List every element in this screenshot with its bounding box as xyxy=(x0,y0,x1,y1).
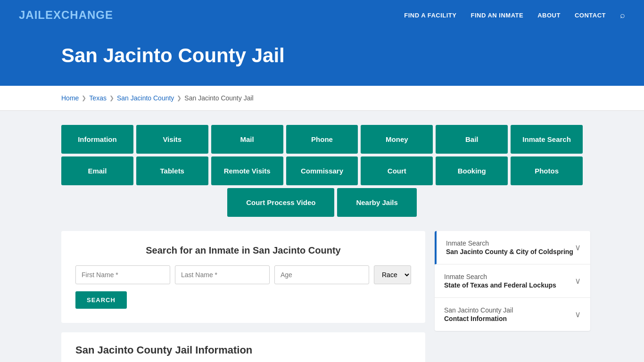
breadcrumb-sep-1: ❯ xyxy=(82,95,86,101)
search-icon[interactable]: ⌕ xyxy=(620,10,625,20)
breadcrumb-home[interactable]: Home xyxy=(61,94,79,102)
chevron-down-icon-local: ∨ xyxy=(575,242,581,253)
race-select[interactable]: Race xyxy=(374,265,411,284)
btn-phone[interactable]: Phone xyxy=(286,125,358,154)
sidebar-item-contact[interactable]: San Jacinto County Jail Contact Informat… xyxy=(435,298,590,331)
sidebar-item-local[interactable]: Inmate Search San Jacinto County & City … xyxy=(435,231,590,264)
search-title: Search for an Inmate in San Jacinto Coun… xyxy=(75,245,411,256)
sidebar-item-title-contact: San Jacinto County Jail xyxy=(444,306,513,314)
btn-money[interactable]: Money xyxy=(361,125,433,154)
logo-jail: JAIL xyxy=(19,8,45,21)
nav-about[interactable]: ABOUT xyxy=(537,12,561,19)
logo-exchange: EXCHANGE xyxy=(45,8,113,21)
breadcrumb-san-jacinto-county[interactable]: San Jacinto County xyxy=(117,94,174,102)
sidebar: Inmate Search San Jacinto County & City … xyxy=(435,231,590,331)
button-grid-row3: Court Process Video Nearby Jails xyxy=(61,188,583,217)
last-name-input[interactable] xyxy=(175,265,270,284)
sidebar-item-state[interactable]: Inmate Search State of Texas and Federal… xyxy=(435,264,590,298)
breadcrumb-sep-3: ❯ xyxy=(177,95,182,101)
sidebar-item-subtitle-state: State of Texas and Federal Lockups xyxy=(444,281,556,289)
sidebar-item-left-contact: San Jacinto County Jail Contact Informat… xyxy=(444,306,513,322)
hero-section: San Jacinto County Jail xyxy=(0,30,644,86)
btn-booking[interactable]: Booking xyxy=(436,156,508,185)
breadcrumb-sep-2: ❯ xyxy=(109,95,114,101)
nav-contact[interactable]: CONTACT xyxy=(575,12,606,19)
left-column: Search for an Inmate in San Jacinto Coun… xyxy=(61,231,425,362)
button-grid-row2: Email Tablets Remote Visits Commissary C… xyxy=(61,156,583,185)
chevron-down-icon-state: ∨ xyxy=(575,276,581,286)
age-input[interactable] xyxy=(274,265,369,284)
main-content: Information Visits Mail Phone Money Bail… xyxy=(0,111,644,362)
sidebar-item-title-state: Inmate Search xyxy=(444,273,556,280)
sidebar-item-subtitle-local: San Jacinto County & City of Coldspring xyxy=(446,248,573,255)
nav-find-inmate[interactable]: FIND AN INMATE xyxy=(471,12,523,19)
content-row: Search for an Inmate in San Jacinto Coun… xyxy=(61,231,583,362)
search-panel: Search for an Inmate in San Jacinto Coun… xyxy=(61,231,425,323)
sidebar-item-title-local: Inmate Search xyxy=(446,239,573,247)
sidebar-item-subtitle-contact: Contact Information xyxy=(444,315,513,322)
btn-tablets[interactable]: Tablets xyxy=(136,156,208,185)
breadcrumb-current: San Jacinto County Jail xyxy=(184,94,253,102)
breadcrumb: Home ❯ Texas ❯ San Jacinto County ❯ San … xyxy=(61,94,583,102)
btn-information[interactable]: Information xyxy=(61,125,133,154)
btn-court-process-video[interactable]: Court Process Video xyxy=(227,188,334,217)
sidebar-item-left-state: Inmate Search State of Texas and Federal… xyxy=(444,273,556,289)
header: JAILEXCHANGE FIND A FACILITY FIND AN INM… xyxy=(0,0,644,30)
btn-commissary[interactable]: Commissary xyxy=(286,156,358,185)
search-button[interactable]: SEARCH xyxy=(75,291,127,309)
btn-visits[interactable]: Visits xyxy=(136,125,208,154)
btn-mail[interactable]: Mail xyxy=(211,125,283,154)
button-grid-row1: Information Visits Mail Phone Money Bail… xyxy=(61,125,583,154)
breadcrumb-bar: Home ❯ Texas ❯ San Jacinto County ❯ San … xyxy=(0,86,644,111)
nav-find-facility[interactable]: FIND A FACILITY xyxy=(404,12,456,19)
chevron-down-icon-contact: ∨ xyxy=(575,309,581,320)
search-fields: Race xyxy=(75,265,411,284)
main-nav: FIND A FACILITY FIND AN INMATE ABOUT CON… xyxy=(404,10,625,20)
btn-remote-visits[interactable]: Remote Visits xyxy=(211,156,283,185)
btn-court[interactable]: Court xyxy=(361,156,433,185)
first-name-input[interactable] xyxy=(75,265,170,284)
page-title: San Jacinto County Jail xyxy=(61,44,625,67)
btn-inmate-search[interactable]: Inmate Search xyxy=(511,125,583,154)
btn-nearby-jails[interactable]: Nearby Jails xyxy=(337,188,416,217)
info-title: San Jacinto County Jail Information xyxy=(75,344,411,356)
btn-email[interactable]: Email xyxy=(61,156,133,185)
btn-bail[interactable]: Bail xyxy=(436,125,508,154)
logo[interactable]: JAILEXCHANGE xyxy=(19,8,113,22)
btn-photos[interactable]: Photos xyxy=(511,156,583,185)
sidebar-item-left-local: Inmate Search San Jacinto County & City … xyxy=(446,239,573,255)
info-section: San Jacinto County Jail Information xyxy=(61,332,425,362)
sidebar-card: Inmate Search San Jacinto County & City … xyxy=(435,231,590,331)
breadcrumb-texas[interactable]: Texas xyxy=(89,94,107,102)
